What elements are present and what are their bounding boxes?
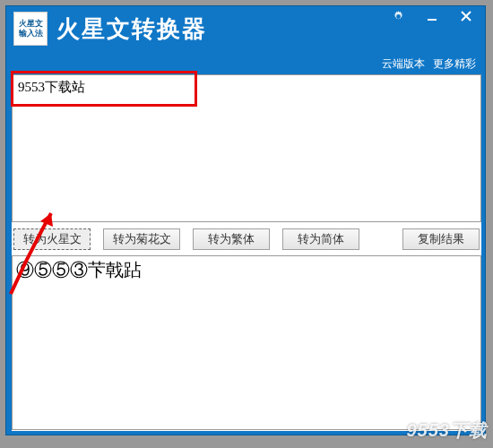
close-button[interactable] bbox=[449, 6, 483, 26]
window-controls bbox=[381, 6, 483, 26]
titlebar: 火星文 输入法 火星文转换器 bbox=[6, 6, 485, 51]
body-area: 转为火星文 转为菊花文 转为繁体 转为简体 复制结果 ⑨⑤⑤③芐戟跕 bbox=[12, 74, 481, 431]
app-icon: 火星文 输入法 bbox=[13, 12, 48, 46]
more-link[interactable]: 更多精彩 bbox=[433, 57, 476, 70]
minimize-icon bbox=[427, 11, 437, 22]
settings-button[interactable] bbox=[381, 6, 415, 26]
svg-rect-0 bbox=[428, 19, 437, 21]
close-icon bbox=[461, 11, 471, 22]
minimize-button[interactable] bbox=[415, 6, 449, 26]
convert-juhua-button[interactable]: 转为菊花文 bbox=[103, 228, 180, 250]
cloud-version-link[interactable]: 云端版本 bbox=[382, 57, 425, 70]
convert-mars-button[interactable]: 转为火星文 bbox=[13, 228, 91, 250]
convert-simplified-button[interactable]: 转为简体 bbox=[282, 228, 359, 250]
meta-links: 云端版本 更多精彩 bbox=[376, 56, 476, 72]
gear-icon bbox=[393, 11, 404, 22]
input-textarea[interactable] bbox=[12, 74, 481, 222]
button-row: 转为火星文 转为菊花文 转为繁体 转为简体 复制结果 bbox=[13, 228, 480, 250]
app-icon-line1: 火星文 bbox=[19, 19, 43, 29]
convert-traditional-button[interactable]: 转为繁体 bbox=[193, 228, 270, 250]
copy-result-button[interactable]: 复制结果 bbox=[402, 228, 480, 250]
app-icon-line2: 输入法 bbox=[19, 29, 43, 39]
app-title: 火星文转换器 bbox=[56, 13, 207, 45]
app-window: 火星文 输入法 火星文转换器 云端版本 更多精彩 bbox=[5, 5, 486, 435]
output-textarea[interactable]: ⑨⑤⑤③芐戟跕 bbox=[12, 255, 481, 430]
watermark: 9553下载 bbox=[407, 418, 489, 443]
